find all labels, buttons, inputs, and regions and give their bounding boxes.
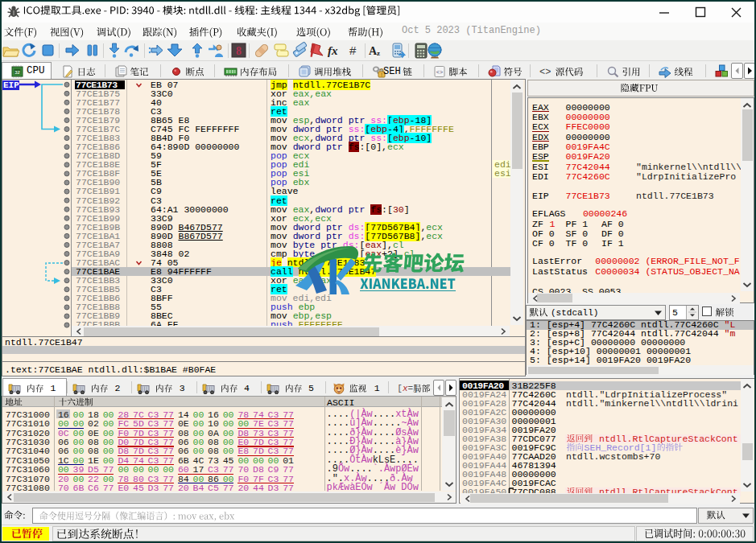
- svg-text:<>: <>: [539, 67, 551, 78]
- svg-text:8: 8: [236, 45, 242, 57]
- svg-text:z: z: [377, 49, 380, 57]
- svg-text:!: !: [381, 72, 382, 77]
- svg-text:fx: fx: [328, 44, 338, 57]
- svg-text:<>: <>: [436, 69, 442, 76]
- svg-text:#: #: [349, 43, 357, 57]
- svg-text:32: 32: [14, 70, 20, 75]
